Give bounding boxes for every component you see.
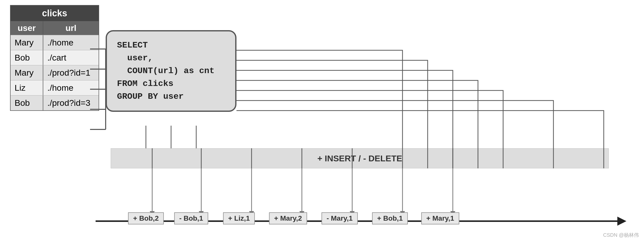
- timeline-item: + Mary,2: [269, 212, 307, 224]
- sql-box: SELECT user, COUNT(url) as cnt FROM clic…: [106, 30, 236, 112]
- table-row: Bob./cart: [11, 50, 99, 65]
- table-header: user url: [11, 21, 99, 35]
- table-body: Mary./homeBob./cartMary./prod?id=1Liz./h…: [11, 35, 99, 110]
- timeline-item: - Bob,1: [174, 212, 208, 224]
- table-row: Liz./home: [11, 80, 99, 95]
- table-title: clicks: [11, 6, 99, 21]
- cell-user: Liz: [11, 80, 43, 95]
- cell-user: Bob: [11, 50, 43, 65]
- table-row: Mary./prod?id=1: [11, 65, 99, 80]
- cell-url: ./prod?id=1: [43, 65, 99, 80]
- clicks-table: clicks user url Mary./homeBob./cartMary.…: [10, 5, 99, 111]
- cell-url: ./prod?id=3: [43, 95, 99, 110]
- cell-user: Bob: [11, 95, 43, 110]
- timeline-item: + Bob,1: [372, 212, 408, 224]
- timeline-item: + Liz,1: [223, 212, 255, 224]
- col-header-url: url: [43, 21, 99, 35]
- cell-url: ./home: [43, 35, 99, 50]
- sql-code: SELECT user, COUNT(url) as cnt FROM clic…: [117, 39, 225, 103]
- insert-delete-label: + INSERT / - DELETE: [317, 154, 402, 163]
- timeline-render: + Bob,2- Bob,1+ Liz,1+ Mary,2- Mary,1+ B…: [96, 212, 624, 225]
- table-row: Bob./prod?id=3: [11, 95, 99, 110]
- timeline-item: + Bob,2: [128, 212, 164, 224]
- cell-url: ./home: [43, 80, 99, 95]
- timeline-item: + Mary,1: [421, 212, 459, 224]
- cell-user: Mary: [11, 35, 43, 50]
- cell-url: ./cart: [43, 50, 99, 65]
- table-row: Mary./home: [11, 35, 99, 50]
- cell-user: Mary: [11, 65, 43, 80]
- insert-delete-bar: + INSERT / - DELETE: [111, 148, 609, 168]
- timeline-item: - Mary,1: [321, 212, 358, 224]
- watermark: CSDN @杨林伟: [603, 232, 639, 238]
- col-header-user: user: [11, 21, 43, 35]
